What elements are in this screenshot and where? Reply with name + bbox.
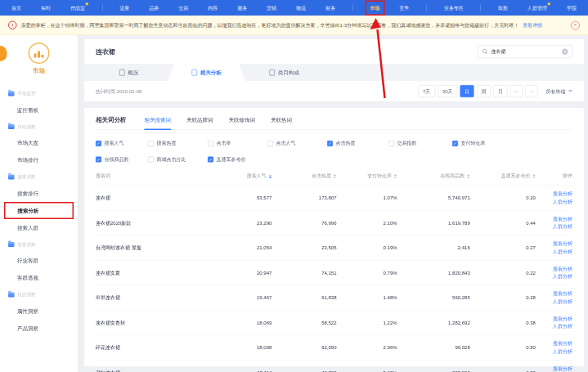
action-link-人群分析[interactable]: 人群分析 [536, 347, 572, 356]
sidebar-item-customer-insight[interactable]: 客群透视 [0, 270, 78, 287]
sidebar-item-search-analysis[interactable]: 搜索分析 [4, 202, 74, 219]
column-header[interactable]: 在线商品数 [397, 173, 470, 186]
metric-checkbox[interactable]: 点击人气 [267, 140, 327, 147]
tab-overview[interactable]: 概况 [90, 64, 168, 81]
notice-detail-link[interactable]: 查看详情 [523, 22, 542, 29]
sidebar-group-header: 市场监控 [0, 86, 78, 102]
metric-label: 直通车参考价 [217, 156, 246, 164]
action-link-搜索分析[interactable]: 搜索分析 [536, 339, 572, 347]
nav-item-competition[interactable]: 竞争 [397, 2, 411, 13]
metric-checkbox[interactable]: ✓支付转化率 [452, 140, 572, 147]
checkbox-icon[interactable] [388, 141, 394, 146]
date-button-月[interactable]: 月 [494, 85, 508, 97]
tab-bar: 概况相关分析类目构成 [84, 64, 584, 81]
action-link-人群分析[interactable]: 人群分析 [536, 248, 572, 256]
next-page-button[interactable]: > [526, 85, 538, 97]
action-link-搜索分析[interactable]: 搜索分析 [536, 190, 572, 198]
subtab-related-modifier-words[interactable]: 关联修饰词 [229, 117, 256, 130]
action-link-人群分析[interactable]: 人群分析 [536, 198, 572, 206]
date-button-周[interactable]: 周 [477, 85, 491, 97]
checkbox-icon[interactable]: ✓ [96, 156, 101, 162]
subtab-related-brand-words[interactable]: 关联品牌词 [186, 117, 213, 130]
action-link-人群分析[interactable]: 人群分析 [536, 273, 572, 281]
nav-item-marketing[interactable]: 营销 [264, 2, 279, 13]
nav-item-home[interactable]: 首页 [9, 2, 24, 13]
column-header[interactable]: 支付转化率 [337, 173, 397, 186]
table-row: 连衣裙53,577173,8071.07%5,740,9710.20搜索分析人群… [96, 186, 572, 211]
terminal-dropdown[interactable]: 所有终端 [546, 87, 573, 95]
clear-icon[interactable]: × [562, 48, 568, 55]
date-button-30天[interactable]: 30天 [438, 85, 457, 97]
sidebar-item-search-ranking[interactable]: 搜索排行 [0, 185, 78, 202]
sidebar-item-monitor-board[interactable]: 监控看板 [0, 101, 78, 119]
search-icon [483, 49, 488, 55]
keyword-search-input[interactable]: 连衣裙 × [478, 45, 572, 58]
tab-category-composition[interactable]: 类目构成 [245, 64, 323, 81]
nav-item-traffic[interactable]: 流量 [117, 2, 132, 13]
metric-checkbox[interactable]: ✓在线商品数 [96, 156, 148, 164]
nav-item-trade[interactable]: 交易 [176, 2, 191, 13]
metric-label: 在线商品数 [105, 156, 129, 164]
action-link-人群分析[interactable]: 人群分析 [536, 298, 572, 306]
column-header[interactable]: 搜索人气 [211, 173, 272, 186]
metric-checkbox[interactable]: ✓点击热度 [327, 140, 388, 147]
subtab-related-search-words[interactable]: 相关搜索词 [145, 117, 172, 130]
nav-item-category[interactable]: 品类 [146, 2, 161, 13]
checkbox-icon[interactable]: ✓ [452, 141, 458, 146]
sidebar-item-product-insight[interactable]: 产品洞察 [0, 320, 78, 337]
action-link-搜索分析[interactable]: 搜索分析 [536, 289, 572, 298]
nav-item-audience-management[interactable]: 人群管理 [525, 2, 550, 13]
sidebar-item-market-overview[interactable]: 市场大盘 [0, 135, 78, 152]
nav-item-content[interactable]: 内容 [205, 2, 220, 13]
nav-item-data-fetch[interactable]: 取数 [496, 2, 510, 13]
action-link-搜索分析[interactable]: 搜索分析 [536, 240, 572, 248]
checkbox-icon[interactable] [148, 156, 154, 162]
action-link-搜索分析[interactable]: 搜索分析 [536, 265, 572, 273]
sort-icon[interactable] [334, 174, 337, 178]
column-header[interactable]: 点击热度 [272, 173, 336, 186]
checkbox-icon[interactable]: ✓ [208, 156, 213, 162]
nav-item-market[interactable]: 市场 [367, 2, 382, 13]
prev-page-button[interactable]: < [510, 85, 523, 97]
tab-related-analysis[interactable]: 相关分析 [168, 64, 245, 81]
nav-item-war-room[interactable]: 作战室 [68, 2, 88, 13]
nav-item-academy[interactable]: 学院 [564, 2, 579, 13]
sort-icon[interactable] [268, 174, 272, 178]
nav-item-finance[interactable]: 财务 [323, 2, 338, 13]
checkbox-icon[interactable]: ✓ [96, 141, 101, 146]
sort-icon[interactable] [467, 174, 470, 178]
sort-icon[interactable] [394, 174, 397, 178]
checkbox-icon[interactable] [267, 141, 273, 146]
date-button-7天[interactable]: 7天 [418, 85, 434, 97]
column-header[interactable]: 直通车参考价 [470, 173, 536, 186]
nav-item-logistics[interactable]: 物流 [294, 2, 308, 13]
checkbox-icon[interactable]: ✓ [327, 141, 333, 146]
action-link-搜索分析[interactable]: 搜索分析 [536, 215, 572, 223]
metric-checkbox[interactable]: ✓搜索人气 [96, 140, 148, 147]
close-icon[interactable]: × [571, 20, 580, 29]
date-button-日[interactable]: 日 [460, 85, 474, 97]
nav-item-realtime[interactable]: 实时 [38, 2, 53, 13]
sort-icon[interactable] [532, 174, 536, 178]
sidebar-item-search-audience[interactable]: 搜索人群 [0, 219, 78, 236]
checkbox-icon[interactable] [208, 141, 213, 146]
sort-asc-icon [532, 174, 536, 176]
metric-checkbox[interactable]: 点击率 [208, 140, 267, 147]
checkbox-icon[interactable] [148, 141, 154, 146]
search-term-cell: 连衣裙 [96, 186, 211, 211]
action-link-人群分析[interactable]: 人群分析 [536, 223, 572, 231]
metric-checkbox[interactable]: ✓直通车参考价 [208, 156, 267, 164]
sidebar-item-industry-customers[interactable]: 行业客群 [0, 253, 78, 270]
action-link-人群分析[interactable]: 人群分析 [536, 323, 572, 331]
nav-item-service[interactable]: 服务 [235, 2, 249, 13]
action-link-搜索分析[interactable]: 搜索分析 [536, 365, 572, 372]
column-label: 搜索人气 [247, 173, 267, 179]
metric-checkbox[interactable]: 交易指数 [388, 140, 452, 147]
subtab-related-hot-words[interactable]: 关联热词 [271, 117, 292, 130]
sidebar-item-market-ranking[interactable]: 市场排行 [0, 152, 78, 169]
sidebar-item-attribute-insight[interactable]: 属性洞察 [0, 303, 78, 320]
metric-checkbox[interactable]: 商城点击占比 [148, 156, 208, 164]
nav-item-business-zone[interactable]: 业务专区 [442, 2, 466, 13]
action-link-搜索分析[interactable]: 搜索分析 [536, 315, 572, 323]
metric-checkbox[interactable]: 搜索热度 [148, 140, 208, 147]
